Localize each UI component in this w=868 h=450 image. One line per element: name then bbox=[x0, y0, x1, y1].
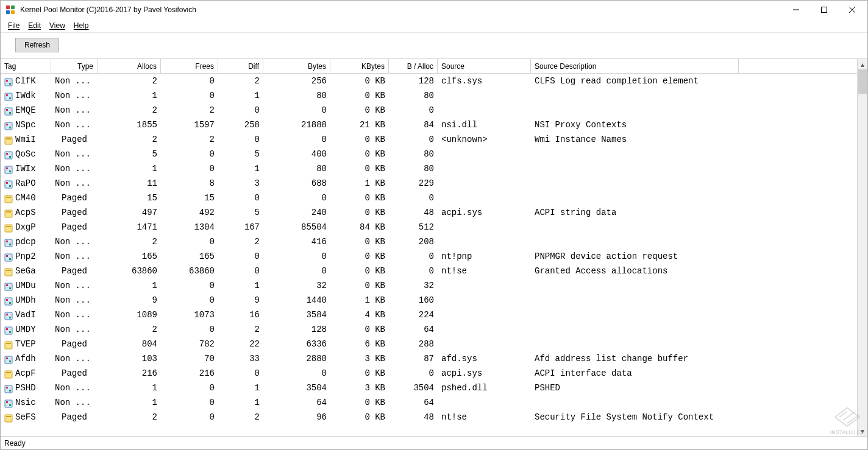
toolbar: Refresh bbox=[1, 32, 867, 58]
scroll-up-icon[interactable]: ▴ bbox=[858, 59, 867, 69]
cell-balloc: 288 bbox=[389, 337, 438, 351]
header-allocs[interactable]: Allocs bbox=[98, 59, 161, 73]
table-row[interactable]: PSHDNon ...10135043 KB3504pshed.dllPSHED bbox=[1, 381, 867, 395]
pool-type-icon bbox=[4, 164, 13, 173]
cell-allocs: 2 bbox=[98, 132, 161, 147]
svg-rect-9 bbox=[6, 80, 8, 82]
header-tag[interactable]: Tag bbox=[1, 59, 51, 73]
svg-rect-53 bbox=[9, 317, 11, 318]
cell-bytes: 6336 bbox=[263, 337, 330, 351]
svg-rect-21 bbox=[6, 138, 11, 139]
header-spare[interactable] bbox=[739, 59, 858, 73]
cell-diff: 0 bbox=[218, 366, 263, 381]
maximize-button[interactable] bbox=[810, 1, 838, 19]
table-row[interactable]: AcpSPaged49749252400 KB48acpi.sysACPI st… bbox=[1, 205, 867, 220]
svg-rect-67 bbox=[5, 400, 12, 407]
cell-frees: 165 bbox=[161, 249, 218, 264]
table-row[interactable]: TVEPPaged8047822263366 KB288 bbox=[1, 337, 867, 351]
scroll-thumb[interactable] bbox=[858, 69, 867, 94]
header-bytes[interactable]: Bytes bbox=[263, 59, 330, 73]
table-row[interactable]: SeGaPaged6386063860000 KB0nt!seGranted A… bbox=[1, 264, 867, 278]
cell-allocs: 1 bbox=[98, 395, 161, 410]
table-row[interactable]: QoScNon ...5054000 KB80 bbox=[1, 147, 867, 161]
table-row[interactable]: NsicNon ...101640 KB64 bbox=[1, 395, 867, 410]
menu-view[interactable]: View bbox=[46, 20, 69, 31]
scroll-down-icon[interactable]: ▾ bbox=[858, 426, 867, 436]
header-type[interactable]: Type bbox=[51, 59, 98, 73]
cell-type: Non ... bbox=[51, 351, 98, 366]
table-row[interactable]: AfdhNon ...103703328803 KB87afd.sysAfd a… bbox=[1, 351, 867, 366]
header-balloc[interactable]: B / Alloc bbox=[389, 59, 438, 73]
svg-rect-52 bbox=[6, 314, 8, 315]
menu-help[interactable]: Help bbox=[70, 20, 93, 31]
cell-frees: 2 bbox=[161, 103, 218, 118]
svg-rect-47 bbox=[9, 287, 11, 289]
cell-tag: ClfK bbox=[15, 74, 36, 88]
header-desc[interactable]: Source Description bbox=[531, 59, 739, 73]
cell-diff: 33 bbox=[218, 351, 263, 366]
table-row[interactable]: SeFSPaged202960 KB48nt!seSecurity File S… bbox=[1, 410, 867, 424]
svg-rect-12 bbox=[6, 94, 8, 96]
svg-rect-57 bbox=[5, 342, 12, 349]
table-row[interactable]: UMDYNon ...2021280 KB64 bbox=[1, 322, 867, 337]
cell-balloc: 3504 bbox=[389, 381, 438, 395]
table-row[interactable]: IWIxNon ...101800 KB80 bbox=[1, 161, 867, 176]
cell-kbytes: 0 KB bbox=[330, 322, 389, 337]
svg-rect-59 bbox=[5, 356, 12, 364]
svg-rect-56 bbox=[9, 331, 11, 333]
table-row[interactable]: RaPONon ...11836881 KB229 bbox=[1, 176, 867, 191]
menu-edit[interactable]: Edit bbox=[24, 20, 44, 31]
header-diff[interactable]: Diff bbox=[218, 59, 263, 73]
svg-rect-68 bbox=[6, 401, 8, 403]
table-row[interactable]: ClfKNon ...2022560 KB128clfs.sysCLFS Log… bbox=[1, 74, 867, 88]
scroll-track[interactable] bbox=[858, 69, 867, 426]
table-row[interactable]: IWdkNon ...101800 KB80 bbox=[1, 88, 867, 103]
minimize-button[interactable] bbox=[782, 1, 810, 19]
close-button[interactable] bbox=[838, 1, 866, 19]
table-row[interactable]: Pnp2Non ...165165000 KB0nt!pnpPNPMGR dev… bbox=[1, 249, 867, 264]
header-source[interactable]: Source bbox=[438, 59, 531, 73]
cell-desc: PSHED bbox=[531, 381, 739, 395]
table-row[interactable]: pdcpNon ...2024160 KB208 bbox=[1, 234, 867, 249]
table-row[interactable]: WmiIPaged22000 KB0<unknown>Wmi Instance … bbox=[1, 132, 867, 147]
cell-balloc: 0 bbox=[389, 191, 438, 205]
cell-allocs: 1089 bbox=[98, 308, 161, 322]
cell-balloc: 512 bbox=[389, 220, 438, 234]
table-row[interactable]: UMDhNon ...90914401 KB160 bbox=[1, 293, 867, 308]
table-row[interactable]: DxgPPaged147113041678550484 KB512 bbox=[1, 220, 867, 234]
cell-frees: 1073 bbox=[161, 308, 218, 322]
cell-balloc: 229 bbox=[389, 176, 438, 191]
table-row[interactable]: UMDuNon ...101320 KB32 bbox=[1, 278, 867, 293]
svg-rect-33 bbox=[5, 210, 12, 217]
cell-type: Paged bbox=[51, 132, 98, 147]
svg-rect-44 bbox=[6, 270, 11, 271]
cell-frees: 0 bbox=[161, 88, 218, 103]
table-row[interactable]: AcpFPaged216216000 KB0acpi.sysACPI inter… bbox=[1, 366, 867, 381]
table-row[interactable]: VadINon ...108910731635844 KB224 bbox=[1, 308, 867, 322]
cell-bytes: 256 bbox=[263, 74, 330, 88]
vertical-scrollbar[interactable]: ▴ ▾ bbox=[857, 59, 867, 436]
cell-diff: 1 bbox=[218, 88, 263, 103]
grid-body[interactable]: ClfKNon ...2022560 KB128clfs.sysCLFS Log… bbox=[1, 74, 867, 436]
cell-balloc: 64 bbox=[389, 395, 438, 410]
table-row[interactable]: NSpcNon ...185515972582188821 KB84nsi.dl… bbox=[1, 118, 867, 132]
cell-tag: IWIx bbox=[15, 161, 36, 176]
cell-kbytes: 0 KB bbox=[330, 410, 389, 424]
cell-diff: 5 bbox=[218, 147, 263, 161]
header-frees[interactable]: Frees bbox=[161, 59, 218, 73]
header-kbytes[interactable]: KBytes bbox=[330, 59, 389, 73]
cell-balloc: 160 bbox=[389, 293, 438, 308]
cell-diff: 3 bbox=[218, 176, 263, 191]
pool-type-icon bbox=[4, 150, 13, 158]
menu-file[interactable]: File bbox=[4, 20, 23, 31]
cell-frees: 0 bbox=[161, 74, 218, 88]
table-row[interactable]: CM40Paged1515000 KB0 bbox=[1, 191, 867, 205]
cell-tag: QoSc bbox=[15, 147, 36, 161]
refresh-button[interactable]: Refresh bbox=[15, 38, 59, 52]
svg-rect-71 bbox=[6, 416, 11, 417]
table-row[interactable]: EMQENon ...22000 KB0 bbox=[1, 103, 867, 118]
svg-rect-38 bbox=[6, 241, 8, 242]
cell-allocs: 1 bbox=[98, 278, 161, 293]
pool-type-icon bbox=[4, 311, 13, 319]
cell-balloc: 32 bbox=[389, 278, 438, 293]
